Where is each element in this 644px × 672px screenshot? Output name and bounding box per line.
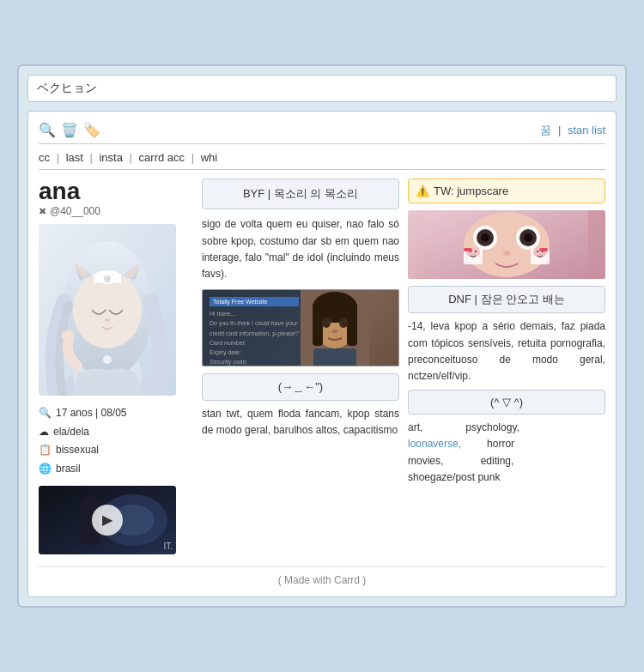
tw-icon: ⚠️ xyxy=(416,185,429,197)
outer-frame: ベクヒョン 🔍 🗑️ 🏷️ 꿈 | stan list cc | last | … xyxy=(17,64,627,607)
main-card: 🔍 🗑️ 🏷️ 꿈 | stan list cc | last | insta … xyxy=(27,111,617,596)
svg-rect-38 xyxy=(475,251,477,252)
svg-point-48 xyxy=(503,251,510,256)
interests-section: (^ ▽ ^) art, psychology, loonaverse, hor… xyxy=(408,390,605,486)
svg-point-12 xyxy=(104,275,111,282)
toolbar-icons: 🔍 🗑️ 🏷️ xyxy=(39,122,100,138)
avatar xyxy=(39,224,176,396)
tw-box: ⚠️ TW: jumpscare xyxy=(408,179,605,203)
nav-insta[interactable]: insta xyxy=(99,151,122,164)
filter-icon[interactable]: 🗑️ xyxy=(61,122,78,138)
right-column: ⚠️ TW: jumpscare xyxy=(408,179,605,554)
age-text: 17 anos | 08/05 xyxy=(56,404,127,423)
svg-rect-24 xyxy=(313,303,323,346)
svg-point-28 xyxy=(332,330,337,333)
avatar-art xyxy=(39,224,176,396)
title-bar: ベクヒョン xyxy=(27,75,617,102)
age-icon: 🔍 xyxy=(39,404,52,423)
nav-whi[interactable]: whi xyxy=(201,151,218,164)
kaomoji-header: (→＿←") xyxy=(202,373,399,401)
kaomoji-text: stan twt, quem floda fancam, kpop stans … xyxy=(202,406,399,439)
svg-point-13 xyxy=(105,318,110,322)
dnf-section: DNF | 잠은 안오고 배는 -14, leva kpop a sério d… xyxy=(408,286,605,384)
username: ana xyxy=(39,179,193,205)
left-column: ana ✖ @40__000 xyxy=(39,179,193,554)
svg-rect-25 xyxy=(347,303,357,346)
nav-links: cc | last | insta | carrd acc | whi xyxy=(39,151,605,170)
dnf-text: -14, leva kpop a sério demais, faz piada… xyxy=(408,318,605,384)
svg-rect-47 xyxy=(539,248,548,251)
svg-point-14 xyxy=(103,355,112,364)
country-line: 🌐 brasil xyxy=(39,460,193,479)
middle-column: BYF | 목소리 의 목소리 sigo de volta quem eu qu… xyxy=(202,179,399,554)
search-icon[interactable]: 🔍 xyxy=(39,122,56,138)
loonaverse-link[interactable]: loonaverse, xyxy=(408,438,461,450)
sexuality-text: bissexual xyxy=(56,441,99,460)
byf-header: BYF | 목소리 의 목소리 xyxy=(202,179,399,209)
person-face xyxy=(301,290,398,366)
stan-list-link[interactable]: stan list xyxy=(568,124,605,136)
country-text: brasil xyxy=(56,460,81,479)
video-label: IT. xyxy=(163,542,173,551)
handle-icon: ✖ xyxy=(39,206,46,217)
play-button[interactable]: ▶ xyxy=(92,505,123,536)
svg-point-26 xyxy=(322,318,331,328)
svg-point-27 xyxy=(339,318,348,328)
svg-point-42 xyxy=(524,233,532,242)
nav-cc[interactable]: cc xyxy=(39,151,50,164)
dream-link[interactable]: 꿈 xyxy=(540,124,551,136)
bio-info: 🔍 17 anos | 08/05 ☁ ela/dela 📋 bissexual… xyxy=(39,404,193,478)
footer-text: ( Made with Carrd ) xyxy=(278,574,367,586)
dnf-header: DNF | 잠은 안오고 배는 xyxy=(408,286,605,313)
pronouns-line: ☁ ela/dela xyxy=(39,423,193,442)
footer: ( Made with Carrd ) xyxy=(39,566,605,586)
handle-text: @40__000 xyxy=(50,205,100,217)
video-thumbnail[interactable]: ▶ IT. xyxy=(39,486,176,554)
interests-header: (^ ▽ ^) xyxy=(408,390,605,415)
face-svg xyxy=(425,210,588,279)
content-grid: ana ✖ @40__000 xyxy=(39,179,605,554)
scam-popup-image: Totally Free Website Hi there... Do you … xyxy=(202,289,399,366)
age-line: 🔍 17 anos | 08/05 xyxy=(39,404,193,423)
sexuality-line: 📋 bissexual xyxy=(39,441,193,460)
svg-rect-29 xyxy=(313,348,356,366)
interests-text: art, psychology, loonaverse, horror movi… xyxy=(408,420,605,486)
toolbar: 🔍 🗑️ 🏷️ 꿈 | stan list xyxy=(39,122,605,144)
byf-header-text: BYF | 목소리 의 목소리 xyxy=(243,187,358,200)
scam-text-area: Totally Free Website Hi there... Do you … xyxy=(208,295,301,366)
svg-rect-45 xyxy=(537,251,538,252)
svg-point-34 xyxy=(481,233,489,242)
toolbar-right: 꿈 | stan list xyxy=(540,123,605,138)
tw-text: TW: jumpscare xyxy=(434,185,508,197)
nav-last[interactable]: last xyxy=(66,151,83,164)
svg-rect-39 xyxy=(464,248,472,251)
jumpscare-image xyxy=(408,210,605,279)
separator: | xyxy=(558,124,564,136)
pronouns-text: ela/dela xyxy=(53,423,89,442)
byf-text: sigo de volta quem eu quiser, nao falo s… xyxy=(202,216,399,282)
country-icon: 🌐 xyxy=(39,460,52,479)
handle: ✖ @40__000 xyxy=(39,205,193,217)
nav-carrd[interactable]: carrd acc xyxy=(139,151,185,164)
sexuality-icon: 📋 xyxy=(39,441,52,460)
window-title: ベクヒョン xyxy=(37,81,97,94)
pronouns-icon: ☁ xyxy=(39,423,49,442)
tag-icon[interactable]: 🏷️ xyxy=(83,122,100,138)
svg-point-15 xyxy=(61,330,75,341)
